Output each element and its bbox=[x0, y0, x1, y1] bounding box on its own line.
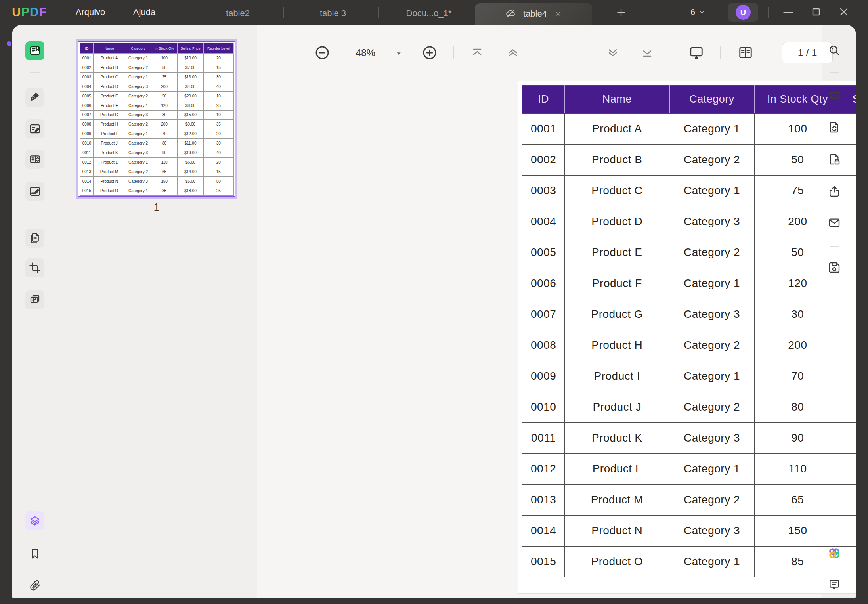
table-cell: $9.00 bbox=[841, 330, 856, 361]
reader-tool-button[interactable] bbox=[25, 41, 44, 60]
search-button[interactable] bbox=[825, 41, 844, 60]
convert-icon bbox=[828, 121, 841, 134]
tab-table4-active[interactable]: table4 bbox=[475, 3, 592, 25]
crop-tool-button[interactable] bbox=[25, 258, 44, 277]
presentation-button[interactable] bbox=[688, 44, 705, 61]
table-cell: 30 bbox=[203, 72, 233, 82]
table-cell: 0014 bbox=[80, 176, 94, 186]
table-row: 0013Product MCategory 265$14.0015 bbox=[522, 484, 856, 515]
share-button[interactable] bbox=[825, 182, 844, 201]
table-cell: Product M bbox=[93, 167, 125, 177]
edit-tool-button[interactable] bbox=[25, 182, 44, 201]
tab-count-dropdown[interactable]: 6 bbox=[690, 0, 705, 25]
form-tool-button[interactable] bbox=[25, 150, 44, 169]
table-cell: $10.00 bbox=[178, 54, 203, 63]
divider bbox=[189, 7, 189, 18]
layers-panel-button[interactable] bbox=[25, 511, 44, 530]
table-cell: $15.00 bbox=[841, 299, 856, 330]
table-cell: 0001 bbox=[80, 54, 94, 63]
panel-handle-dot[interactable] bbox=[7, 41, 11, 46]
next-page-button[interactable] bbox=[604, 44, 621, 61]
table-cell: $14.00 bbox=[841, 484, 856, 515]
table-cell: Category 3 bbox=[125, 82, 151, 91]
first-page-button[interactable] bbox=[468, 44, 486, 61]
table-cell: 25 bbox=[203, 186, 233, 195]
table-cell: 85 bbox=[151, 186, 178, 195]
ocr-button[interactable]: OCR bbox=[825, 86, 844, 105]
table-cell: Product K bbox=[565, 422, 669, 453]
close-tab-icon[interactable] bbox=[554, 10, 562, 18]
caret-down-icon bbox=[396, 50, 402, 57]
table-cell: 20 bbox=[203, 129, 233, 139]
table-cell: $5.00 bbox=[178, 176, 203, 186]
table-cell: Product D bbox=[93, 82, 125, 91]
tab-document1[interactable]: Docu...o_1* bbox=[406, 2, 452, 25]
cloud-offline-icon bbox=[505, 8, 516, 19]
table-cell: Category 3 bbox=[669, 515, 754, 546]
table-cell: 0012 bbox=[80, 158, 94, 167]
zoom-dropdown-button[interactable] bbox=[390, 45, 407, 62]
menu-ajuda[interactable]: Ajuda bbox=[133, 0, 155, 25]
table-row: 0008Product HCategory 2200$9.0035 bbox=[80, 120, 234, 129]
comment-feedback-button[interactable] bbox=[825, 575, 844, 594]
divider bbox=[830, 72, 839, 73]
pdf-table: IDNameCategoryIn Stock QtySelling PriceR… bbox=[522, 85, 856, 577]
attachment-panel-button[interactable] bbox=[25, 576, 44, 595]
table-cell: Product D bbox=[565, 206, 669, 237]
ai-assistant-button[interactable] bbox=[825, 544, 844, 563]
table-cell: Product H bbox=[93, 120, 125, 129]
table-cell: $7.00 bbox=[178, 63, 203, 72]
svg-text:OCR: OCR bbox=[831, 94, 838, 98]
divider bbox=[830, 246, 839, 247]
divider bbox=[30, 212, 40, 212]
previous-page-button[interactable] bbox=[504, 44, 522, 61]
table-row: 0010Product JCategory 280$11.0030 bbox=[80, 139, 234, 148]
table-cell: 0008 bbox=[80, 120, 94, 129]
table-row: 0011Product KCategory 390$19.0040 bbox=[522, 422, 856, 453]
comment-icon bbox=[828, 578, 841, 591]
bookmark-panel-button[interactable] bbox=[25, 544, 44, 563]
table-cell: $8.00 bbox=[178, 101, 203, 110]
organize-pages-button[interactable] bbox=[25, 229, 44, 248]
search-icon bbox=[828, 44, 841, 57]
table-cell: Product N bbox=[565, 515, 669, 546]
menu-arquivo[interactable]: Arquivo bbox=[76, 0, 105, 25]
reading-mode-button[interactable] bbox=[737, 44, 754, 61]
table-cell: Category 1 bbox=[669, 361, 754, 392]
minimize-button[interactable] bbox=[782, 9, 795, 17]
slides-tool-button[interactable] bbox=[25, 290, 44, 309]
comment-tool-button[interactable] bbox=[25, 88, 44, 107]
table-cell: $12.00 bbox=[178, 129, 203, 139]
column-header: In Stock Qty bbox=[151, 43, 178, 54]
table-cell: 0010 bbox=[80, 139, 94, 148]
app-window: UPDF Arquivo Ajuda table2 table 3 Docu..… bbox=[0, 0, 868, 604]
zoom-in-button[interactable] bbox=[421, 44, 438, 61]
table-cell: 10 bbox=[203, 91, 233, 101]
save-button[interactable] bbox=[825, 258, 844, 277]
table-cell: Category 2 bbox=[669, 392, 754, 422]
close-window-button[interactable] bbox=[837, 6, 850, 18]
tab-table3[interactable]: table 3 bbox=[320, 2, 346, 25]
table-row: 0001Product ACategory 1100$10.0020 bbox=[522, 113, 856, 144]
table-cell: Product B bbox=[565, 144, 669, 175]
pages-icon bbox=[29, 232, 41, 244]
tab-table2[interactable]: table2 bbox=[226, 2, 250, 25]
new-tab-button[interactable] bbox=[615, 7, 627, 19]
convert-button[interactable] bbox=[825, 118, 844, 137]
table-cell: 150 bbox=[754, 515, 841, 546]
protect-button[interactable] bbox=[825, 150, 844, 169]
last-page-button[interactable] bbox=[639, 44, 656, 61]
table-cell: 10 bbox=[203, 110, 233, 120]
logo-letter: F bbox=[39, 5, 47, 19]
page-thumbnail[interactable]: IDNameCategoryIn Stock QtySelling PriceR… bbox=[78, 41, 235, 197]
email-button[interactable] bbox=[825, 213, 844, 232]
pdf-page[interactable]: IDNameCategoryIn Stock QtySelling PriceR… bbox=[518, 81, 856, 593]
table-cell: 0003 bbox=[522, 175, 565, 206]
account-button[interactable]: U bbox=[728, 3, 758, 22]
table-cell: 0005 bbox=[80, 91, 94, 101]
annotate-tool-button[interactable] bbox=[25, 119, 44, 138]
table-cell: 80 bbox=[151, 139, 178, 148]
maximize-button[interactable] bbox=[810, 6, 822, 18]
zoom-out-button[interactable] bbox=[314, 44, 331, 61]
table-row: 0010Product JCategory 280$11.0030 bbox=[522, 392, 856, 422]
